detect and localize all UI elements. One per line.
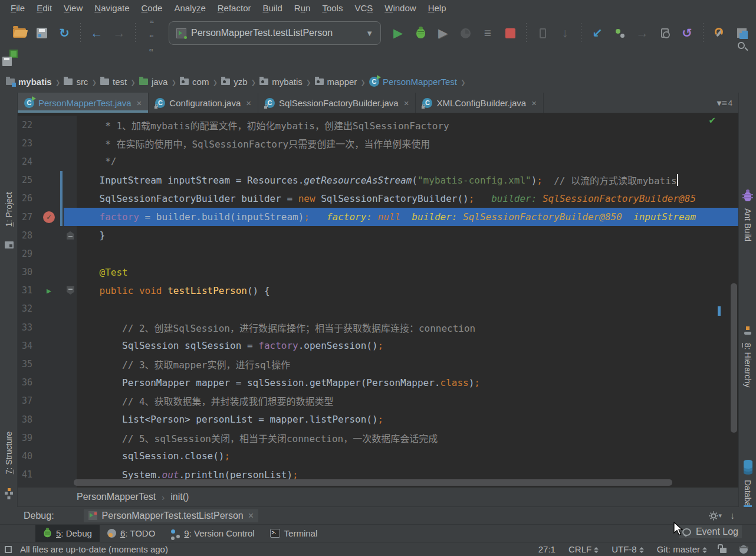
history-icon[interactable] [656,24,673,42]
debug-session-tab[interactable]: PersonMapperTest.testListPerson × [84,509,258,522]
run-configuration-combo[interactable]: PersonMapperTest.testListPerson ▼ [169,21,381,45]
debug-icon[interactable] [412,24,429,42]
hidden-tabs-dropdown[interactable]: ▾≡ 4 [716,93,738,113]
toolwindow-switcher-icon[interactable] [5,546,12,553]
code-text[interactable]: * 在实际的使用中，SqlSessionFactory只需要创建一次，当作单例来… [77,134,738,152]
toolwindow-button-terminal[interactable]: Terminal [262,525,326,542]
code-text[interactable]: } [77,226,738,244]
pin-down-icon[interactable]: ↓ [730,511,735,521]
breakpoint-icon[interactable]: ✓ [43,211,55,223]
close-icon[interactable]: × [404,98,409,108]
code-text[interactable]: sqlSession.close(); [77,447,738,465]
code-text[interactable]: // 5、sqlSession关闭，相当于关闭connection，一次数据库会… [77,429,738,447]
run-tasks-icon[interactable]: ≡ [479,24,497,42]
breadcrumb-test[interactable]: test [100,77,127,87]
unlock-icon[interactable] [720,548,727,553]
settings-gear-icon[interactable]: ▾ [709,511,722,521]
code-text[interactable]: // 3、获取mapper实例，进行sql操作 [77,355,738,373]
menu-run[interactable]: Run [288,3,317,13]
horizontal-scrollbar[interactable] [74,479,672,486]
toolwindow-button-9-version-control[interactable]: 9: Version Control [163,525,262,542]
toolwindow-button-5-debug[interactable]: 5: Debug [35,525,100,542]
close-icon[interactable]: × [248,511,254,521]
tab-personmappertest-java[interactable]: CPersonMapperTest.java× [18,93,149,113]
project-tool-icon[interactable] [0,241,18,248]
breadcrumb-personmappertest[interactable]: CPersonMapperTest [369,77,457,87]
breadcrumb-com[interactable]: com [180,77,209,87]
back-icon[interactable]: ← [88,24,106,42]
code-text[interactable]: PersonMapper mapper = sqlSession.getMapp… [77,374,738,392]
close-icon[interactable]: × [137,98,142,108]
menu-help[interactable]: Help [422,3,452,13]
menu-navigate[interactable]: Navigate [88,3,135,13]
close-icon[interactable]: × [246,98,251,108]
code-text[interactable]: */ [77,152,738,171]
breadcrumb-src[interactable]: src [64,77,88,87]
menu-window[interactable]: Window [379,3,422,13]
toolwindow-button-6-todo[interactable]: 6: TODO [100,525,163,542]
menu-tools[interactable]: Tools [316,3,349,13]
coverage-icon[interactable]: ▶ [434,24,452,42]
run-icon[interactable]: ▶ [389,24,407,42]
breadcrumb-mapper[interactable]: mapper [315,77,357,87]
encoding-widget[interactable]: UTF-8 [612,544,644,554]
update-project-icon[interactable]: ↙ [589,24,606,42]
line-separator-widget[interactable]: CRLF [568,544,599,554]
database-icon[interactable] [739,460,756,475]
close-icon[interactable]: × [531,98,537,108]
highlighting-level-icon[interactable] [739,545,748,554]
open-icon[interactable] [11,24,28,42]
code-text[interactable]: @Test [77,263,738,282]
fold-marker-icon[interactable] [67,286,74,295]
stop-icon[interactable] [501,24,519,42]
code-text[interactable]: InputStream inputStream = Resources.getR… [77,171,738,189]
hierarchy-icon[interactable] [739,326,756,335]
run-line-icon[interactable]: ▶ [47,286,51,295]
breadcrumb-java[interactable]: java [139,77,168,87]
caret-position[interactable]: 27:1 [538,544,556,554]
rollback-icon[interactable]: ↺ [678,24,696,42]
menu-view[interactable]: View [58,3,88,13]
menu-file[interactable]: File [5,3,31,13]
breadcrumb-class[interactable]: PersonMapperTest [77,492,156,502]
code-text[interactable]: // 2、创建SqlSession，进行数据库操作；相当于获取数据库连接：con… [77,318,738,336]
breadcrumb-method[interactable]: init() [170,492,189,502]
commit-icon[interactable] [611,24,629,42]
code-text[interactable] [77,300,738,318]
stripe-item-ant-build[interactable]: Ant Build [739,208,756,241]
tab-xmlconfigbuilder-java[interactable]: CXMLConfigBuilder.java× [416,93,544,113]
breadcrumb-mybatis[interactable]: mybatis [259,77,303,87]
numbered-arrow-icon[interactable] [143,24,160,42]
menu-analyze[interactable]: Analyze [168,3,211,13]
code-text[interactable]: List<Person> personList = mapper.listPer… [77,410,738,429]
code-editor[interactable]: 22 * 1、加载mybatis的配置文件，初始化mybatis，创建出SqlS… [18,113,738,488]
tab-sqlsessionfactorybuilder-java[interactable]: CSqlSessionFactoryBuilder.java× [258,93,416,113]
code-text[interactable]: // 4、获取数据集，并封装成我们想要的数据类型 [77,392,738,410]
menu-vcs[interactable]: VCS [349,3,379,13]
menu-edit[interactable]: Edit [31,3,58,13]
code-text[interactable]: factory = builder.build(inputStream); fa… [77,208,738,226]
ant-icon[interactable] [739,192,756,201]
fold-marker-icon[interactable] [67,231,74,240]
code-text[interactable]: SqlSessionFactoryBuilder builder = new S… [77,189,738,208]
code-text[interactable]: public void testListPerson() { [77,282,738,300]
code-text[interactable]: SqlSession sqlSession = factory.openSess… [77,336,738,355]
event-log-button[interactable]: Event Log [679,525,742,538]
code-text[interactable] [77,244,738,263]
git-branch-widget[interactable]: Git: master [657,544,707,554]
stripe-item-8-hierarchy[interactable]: 8: Hierarchy [739,343,756,387]
tab-configuration-java[interactable]: CConfiguration.java× [149,93,258,113]
settings-wrench-icon[interactable] [711,24,728,42]
menu-build[interactable]: Build [257,3,288,13]
menu-refactor[interactable]: Refactor [212,3,257,13]
structure-tool-icon[interactable] [0,489,18,498]
breadcrumb-yzb[interactable]: yzb [221,77,247,87]
breadcrumb-mybatis[interactable]: mybatis [6,77,52,87]
chevron-down-icon[interactable]: ▼ [366,29,373,38]
sync-icon[interactable]: ↻ [55,24,73,42]
vertical-scrollbar[interactable] [731,283,737,433]
code-text[interactable]: * 1、加载mybatis的配置文件，初始化mybatis，创建出SqlSess… [77,116,738,134]
stripe-item-7-structure[interactable]: 7: Structure [0,431,18,474]
search-everywhere-icon[interactable] [732,37,750,54]
save-icon[interactable] [33,24,51,42]
